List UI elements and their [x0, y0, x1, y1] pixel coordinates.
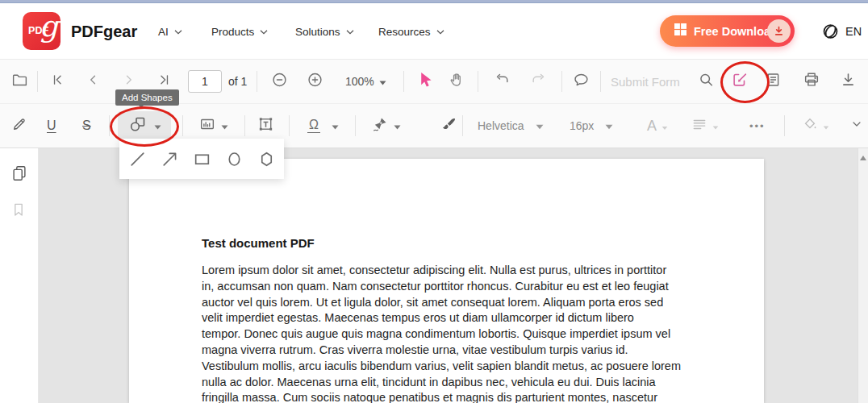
previous-page-button[interactable] — [86, 73, 101, 91]
document-line: nulla ac dolor. Maecenas urna elit, tinc… — [202, 375, 681, 391]
last-page-button[interactable] — [156, 73, 172, 91]
zoom-level-dropdown[interactable]: 100% — [345, 74, 386, 89]
pdfgear-logo[interactable]: PDF g — [23, 12, 61, 50]
caret-down-icon — [823, 118, 829, 133]
image-icon — [198, 115, 216, 136]
undo-button[interactable] — [494, 72, 511, 91]
font-size-dropdown[interactable]: 16px — [570, 118, 613, 133]
shape-line-option[interactable] — [121, 143, 153, 175]
divider — [257, 71, 257, 92]
chevron-down-icon — [850, 118, 863, 134]
divider — [784, 115, 785, 136]
text-color-button[interactable]: A — [647, 118, 668, 135]
nav-solutions-label: Solutions — [295, 25, 340, 37]
page-total-label: of 1 — [228, 75, 247, 88]
document-canvas: Test document PDF Lorem ipsum dolor sit … — [0, 148, 868, 403]
nav-resources[interactable]: Resources — [378, 25, 444, 37]
pdfgear-app: PDF g PDFgear AI Products Solutions Reso… — [0, 0, 868, 403]
shape-arrow-option[interactable] — [153, 143, 186, 175]
nav-solutions[interactable]: Solutions — [295, 25, 354, 37]
more-options-button[interactable]: ••• — [749, 120, 766, 132]
zoom-out-button[interactable] — [271, 72, 288, 92]
pencil-tool-button[interactable] — [11, 116, 27, 135]
chevron-down-icon — [346, 25, 354, 37]
search-icon — [698, 72, 715, 92]
add-shapes-tooltip: Add Shapes — [115, 89, 179, 106]
strikethrough-button[interactable]: S — [82, 118, 91, 133]
collapse-toolbar-button[interactable] — [850, 118, 863, 134]
underline-button[interactable]: U — [47, 118, 56, 133]
free-download-label: Free Download — [694, 25, 778, 38]
signature-button[interactable] — [371, 115, 401, 136]
add-shapes-button[interactable] — [118, 111, 171, 140]
nav-products[interactable]: Products — [211, 25, 268, 37]
download-file-button[interactable] — [840, 72, 857, 92]
zoom-out-icon — [271, 72, 288, 92]
font-family-value: Helvetica — [478, 119, 524, 132]
open-file-button[interactable] — [11, 72, 28, 92]
caret-down-icon — [661, 118, 668, 133]
divider — [478, 71, 478, 92]
bookmarks-button[interactable] — [10, 202, 27, 221]
underline-glyph: U — [47, 118, 56, 133]
shapes-icon — [128, 114, 148, 137]
caret-down-icon — [154, 118, 161, 133]
comment-button[interactable] — [573, 72, 590, 92]
search-button[interactable] — [698, 72, 715, 92]
brand-name[interactable]: PDFgear — [71, 22, 137, 40]
divider — [403, 71, 404, 92]
font-family-dropdown[interactable]: Helvetica — [478, 118, 544, 133]
divider — [355, 115, 356, 136]
shapes-dropdown-menu — [119, 139, 284, 179]
folder-open-icon — [11, 72, 28, 92]
divider — [561, 71, 562, 92]
align-button[interactable] — [691, 116, 719, 135]
first-page-icon — [50, 73, 65, 91]
windows-icon — [674, 23, 686, 39]
edit-annotate-button[interactable] — [731, 71, 749, 92]
chevron-down-icon — [260, 25, 268, 37]
redo-button[interactable] — [529, 72, 547, 91]
vertical-scrollbar[interactable] — [858, 148, 868, 403]
chevron-down-icon — [174, 25, 182, 37]
next-page-button[interactable] — [121, 73, 136, 91]
print-button[interactable] — [803, 71, 820, 92]
divider — [289, 115, 290, 136]
zoom-in-icon — [307, 72, 323, 92]
page-number-input[interactable] — [188, 70, 222, 93]
shape-polygon-option[interactable] — [250, 143, 282, 175]
previous-page-icon — [86, 73, 101, 91]
free-download-button[interactable]: Free Download — [660, 15, 795, 47]
zoom-in-button[interactable] — [307, 72, 323, 92]
nav-ai[interactable]: AI — [158, 25, 182, 37]
signature-pen-icon — [371, 115, 389, 136]
add-textbox-button[interactable] — [257, 115, 275, 137]
add-image-button[interactable] — [198, 115, 228, 136]
font-size-value: 16px — [570, 119, 594, 132]
page-thumbnails-button[interactable] — [10, 164, 28, 185]
hand-tool-button[interactable] — [449, 72, 465, 92]
shape-rectangle-option[interactable] — [186, 143, 218, 175]
fill-color-button[interactable] — [802, 116, 829, 135]
divider — [182, 115, 183, 136]
language-selector[interactable]: EN — [845, 25, 862, 38]
document-line: Lorem ipsum dolor sit amet, consectetur … — [202, 263, 681, 279]
first-page-button[interactable] — [50, 73, 65, 91]
divider — [37, 71, 38, 92]
globe-icon[interactable] — [821, 22, 840, 40]
download-circle-icon — [767, 19, 791, 43]
comment-icon — [573, 72, 590, 92]
text-color-glyph: A — [647, 118, 657, 135]
brush-format-button[interactable] — [440, 116, 457, 136]
document-paragraph: Lorem ipsum dolor sit amet, consectetur … — [202, 263, 681, 403]
nav-resources-label: Resources — [378, 25, 431, 37]
fill-color-icon — [802, 116, 818, 135]
stamp-button[interactable]: Ω — [307, 118, 339, 133]
shape-circle-option[interactable] — [218, 143, 250, 175]
scroll-up-arrow-icon[interactable] — [860, 156, 866, 160]
divider — [109, 115, 110, 136]
brush-icon — [440, 116, 457, 136]
form-field-list-button[interactable] — [765, 72, 782, 92]
select-tool-button[interactable] — [417, 72, 432, 92]
undo-icon — [494, 72, 511, 91]
